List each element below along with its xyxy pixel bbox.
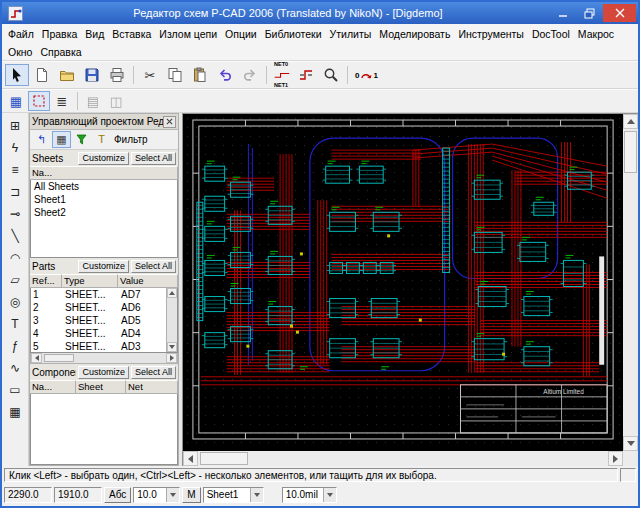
table-row[interactable]: 5SHEET...AD3 [31, 340, 166, 352]
place-field-button[interactable]: ▭ [4, 379, 27, 400]
table-row[interactable]: 4SHEET...AD4 [31, 327, 166, 340]
place-wire-button[interactable]: ϟ [4, 137, 27, 158]
redo-button[interactable] [238, 64, 262, 86]
scroll-right-arrow-icon[interactable] [166, 353, 177, 363]
macro-record-button[interactable]: M [182, 487, 200, 503]
parts-select-all-button[interactable]: Select All [131, 260, 176, 273]
x-coordinate-field[interactable]: 2290.0 [4, 487, 52, 503]
sheet-selector-combo[interactable]: Sheet1 [203, 487, 264, 503]
select-tool-button[interactable] [5, 64, 29, 86]
table-row[interactable]: 3SHEET...AD5 [31, 314, 166, 327]
menu-item[interactable]: DocTool [528, 26, 574, 42]
line-width-dropdown-arrow-icon[interactable] [323, 488, 336, 502]
place-part-button[interactable]: ⊞ [4, 115, 27, 136]
vertical-scrollbar[interactable] [623, 114, 638, 451]
scroll-up-arrow-icon[interactable] [167, 288, 177, 298]
scroll-up-arrow-icon[interactable] [623, 114, 638, 129]
zoom-window-button[interactable] [319, 64, 343, 86]
jump-to-button[interactable]: ↰ [32, 131, 51, 148]
edit-nets-button[interactable] [294, 64, 318, 86]
menu-item[interactable]: Утилиты [326, 26, 376, 42]
scroll-left-arrow-icon[interactable] [183, 451, 198, 466]
spreadsheet-view-button[interactable]: ▦ [5, 91, 27, 111]
place-text-button[interactable]: T [4, 313, 27, 334]
cut-button[interactable]: ✂ [138, 64, 162, 86]
copy-button[interactable] [163, 64, 187, 86]
column-header[interactable]: Sheet [76, 380, 126, 394]
place-polygon-button[interactable]: ▱ [4, 269, 27, 290]
column-header[interactable]: Na... [30, 166, 178, 180]
place-attribute-button[interactable]: ƒ [4, 335, 27, 356]
menu-item[interactable]: Справка [36, 44, 85, 60]
scroll-left-arrow-icon[interactable] [31, 353, 42, 363]
open-document-button[interactable] [55, 64, 79, 86]
schematic-canvas[interactable]: Altium Limited [183, 114, 623, 451]
place-port-button[interactable]: ⊐ [4, 181, 27, 202]
list-item[interactable]: Sheet2 [31, 206, 177, 219]
menu-item[interactable]: Библиотеки [261, 26, 326, 42]
place-ref-point-button[interactable]: ◎ [4, 291, 27, 312]
menu-item[interactable]: Вставка [108, 26, 155, 42]
panel-close-button[interactable] [163, 116, 176, 128]
menu-item[interactable]: Окно [4, 44, 36, 60]
horizontal-scroll-thumb[interactable] [200, 452, 248, 465]
abs-rel-toggle-button[interactable]: Абс [104, 487, 131, 503]
highlight-button[interactable]: T [92, 131, 111, 148]
table-row[interactable]: 2SHEET...AD6 [31, 301, 166, 314]
selection-mask-button[interactable] [28, 91, 50, 111]
menu-item[interactable]: Макрос [574, 26, 618, 42]
parts-customize-button[interactable]: Customize [78, 260, 129, 273]
new-document-button[interactable] [30, 64, 54, 86]
print-button[interactable] [105, 64, 129, 86]
sheets-select-all-button[interactable]: Select All [131, 152, 176, 165]
sheet-dropdown-arrow-icon[interactable] [250, 488, 263, 502]
parts-scroll-thumb[interactable] [44, 354, 74, 362]
record-macro-button[interactable]: 01 [352, 64, 381, 86]
horizontal-scrollbar[interactable] [183, 451, 638, 466]
list-item[interactable]: Sheet1 [31, 193, 177, 206]
bill-of-materials-button[interactable]: ≣ [51, 91, 73, 111]
place-ieee-symbol-button[interactable]: ∿ [4, 357, 27, 378]
components-customize-button[interactable]: Customize [78, 366, 129, 379]
menu-item[interactable]: Опции [221, 26, 261, 42]
scroll-down-arrow-icon[interactable] [623, 436, 638, 451]
place-line-button[interactable]: ╲ [4, 225, 27, 246]
place-table-button[interactable]: ▦ [4, 401, 27, 422]
column-header[interactable]: Ref... [30, 274, 62, 288]
library-executive-button[interactable]: ◫ [105, 91, 127, 111]
minimize-button[interactable] [549, 4, 576, 22]
filter-button[interactable] [72, 131, 91, 148]
close-button[interactable] [603, 4, 636, 22]
undo-button[interactable] [213, 64, 237, 86]
grid-spacing-combo[interactable]: 10.0 [133, 487, 180, 503]
line-width-combo[interactable]: 10.0mil [282, 487, 337, 503]
grid-dropdown-arrow-icon[interactable] [166, 488, 179, 502]
table-row[interactable]: 1SHEET...AD7 [31, 288, 166, 301]
save-document-button[interactable] [80, 64, 104, 86]
paste-button[interactable] [188, 64, 212, 86]
menu-item[interactable]: Файл [4, 26, 38, 42]
menu-item[interactable]: Правка [38, 26, 81, 42]
place-bus-button[interactable]: ≡ [4, 159, 27, 180]
renumber-nets-button[interactable]: NET0NET1 [271, 64, 293, 86]
column-header[interactable]: Net [126, 380, 178, 394]
components-select-all-button[interactable]: Select All [131, 366, 176, 379]
scroll-right-arrow-icon[interactable] [608, 451, 623, 466]
parts-vertical-scrollbar[interactable] [166, 288, 177, 352]
sheets-customize-button[interactable]: Customize [78, 152, 129, 165]
library-setup-button[interactable]: ▤ [82, 91, 104, 111]
column-header[interactable]: Value [118, 274, 178, 288]
place-pin-button[interactable]: ⊸ [4, 203, 27, 224]
column-header[interactable]: Na... [30, 380, 76, 394]
select-objects-button[interactable]: ▦ [52, 131, 71, 148]
vertical-scroll-thumb[interactable] [624, 131, 637, 173]
column-header[interactable]: Type [62, 274, 118, 288]
menu-item[interactable]: Инструменты [454, 26, 527, 42]
place-arc-button[interactable]: ◠ [4, 247, 27, 268]
list-item[interactable]: All Sheets [31, 180, 177, 193]
menu-item[interactable]: Вид [81, 26, 108, 42]
scroll-down-arrow-icon[interactable] [167, 342, 177, 352]
restore-button[interactable] [576, 4, 603, 22]
menu-item[interactable]: Моделировать [375, 26, 454, 42]
menu-item[interactable]: Излом цепи [155, 26, 221, 42]
